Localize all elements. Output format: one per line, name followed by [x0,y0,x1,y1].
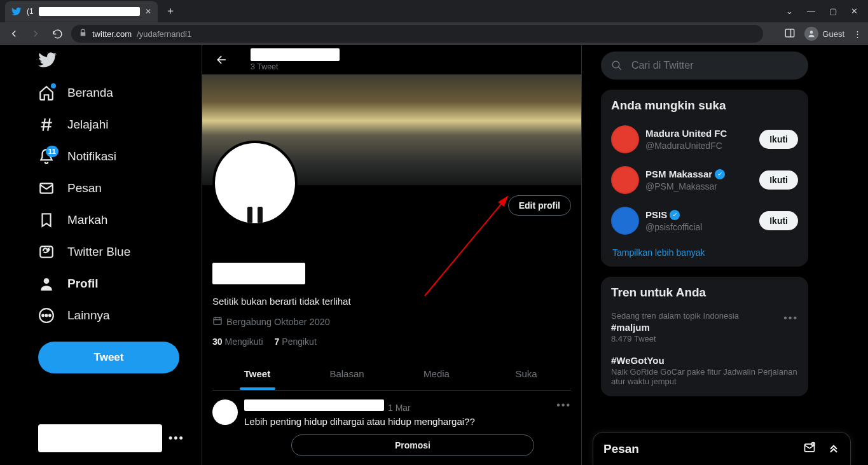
svg-line-5 [43,118,45,131]
sidebar-item-home[interactable]: Beranda [38,77,202,109]
sidebar-item-bookmarks[interactable]: Markah [38,204,202,236]
followers-link[interactable]: 7Pengikut [275,337,317,347]
suggestion-avatar [611,166,639,194]
tweet-avatar[interactable] [212,399,238,425]
tweet-text: Lebih penting hidup dihargai atau hidup … [244,416,571,427]
sidebar-item-messages[interactable]: Pesan [38,172,202,204]
envelope-icon [38,180,55,197]
edit-profile-button[interactable]: Edit profil [508,195,571,216]
person-icon [804,27,818,41]
suggestion-name: PSIS [645,209,753,221]
follow-button[interactable]: Ikuti [759,211,798,230]
sidebar-item-profile[interactable]: Profil [38,268,202,300]
suggestion-item[interactable]: PSM Makassar @PSM_Makassar Ikuti [611,160,798,200]
twitter-logo-icon[interactable] [38,50,57,69]
browser-tab[interactable]: (1 ✕ [5,1,158,22]
show-more-link[interactable]: Tampilkan lebih banyak [611,241,798,261]
follow-button[interactable]: Ikuti [759,130,798,149]
forward-icon[interactable] [28,26,43,41]
compose-tweet-button[interactable]: Tweet [38,342,179,373]
trend-item[interactable]: #WeGotYou Naik GoRide GoCar pake fitur J… [611,349,798,391]
sidebar-item-more[interactable]: Lainnya [38,300,202,331]
tweet-time: 1 Mar [388,403,411,413]
sidebar-item-notifications[interactable]: 11 Notifikasi [38,141,202,172]
address-bar[interactable]: twitter.com/yudafernandi1 [71,25,763,43]
search-input[interactable]: Cari di Twitter [601,52,808,80]
trend-count: 8.479 Tweet [611,334,798,344]
person-icon [38,275,55,292]
nav-label: Lainnya [67,309,110,323]
expand-dock-icon[interactable] [827,441,840,457]
verified-badge-icon [670,210,680,220]
suggestion-item[interactable]: Madura United FC @MaduraUnitedFC Ikuti [611,119,798,160]
nav-label: Pesan [67,181,102,195]
maximize-icon[interactable]: ▢ [829,6,837,16]
calendar-icon [212,316,223,328]
hash-icon [38,116,55,133]
profile-chip[interactable]: Guest [804,27,844,41]
account-redacted [38,424,162,452]
suggestion-avatar [611,207,639,235]
svg-point-11 [42,315,44,317]
sidebar: Beranda Jelajahi 11 Notifikasi Pesan [0,45,202,465]
sidebar-item-twitter-blue[interactable]: Twitter Blue [38,236,202,268]
tweet-count: 3 Tweet [251,62,340,71]
nav-label: Markah [67,213,107,227]
browser-chrome: (1 ✕ ＋ ⌄ ― ▢ ✕ twitter.com/yudafernandi1 [0,0,868,45]
profile-name-redacted [251,48,340,61]
right-column: Cari di Twitter Anda mungkin suka Madura… [582,45,823,465]
search-placeholder: Cari di Twitter [631,60,694,71]
tab-media[interactable]: Media [392,357,481,390]
nav-label: Notifikasi [67,149,116,163]
tweet-item[interactable]: 1 Mar Lebih penting hidup dihargai atau … [202,397,581,459]
suggestion-avatar [611,125,639,153]
trend-tag: #maljum [611,322,798,333]
tab-tweets[interactable]: Tweet [212,357,302,390]
tab-likes[interactable]: Suka [481,357,571,390]
follow-button[interactable]: Ikuti [759,170,798,190]
avatar[interactable] [212,141,298,226]
tab-title-redacted [39,7,140,16]
promote-button[interactable]: Promosi [291,434,534,456]
trend-item[interactable]: Sedang tren dalam topik Indonesia #malju… [611,306,798,349]
trend-more-icon[interactable]: ••• [783,312,798,324]
svg-point-9 [44,278,50,284]
kebab-menu-icon[interactable]: ⋮ [853,29,862,39]
panel-icon[interactable] [784,27,796,41]
card-title: Anda mungkin suka [611,99,798,113]
following-link[interactable]: 30Mengikuti [212,337,263,347]
url-path: /yudafernandi1 [137,29,191,39]
close-window-icon[interactable]: ✕ [851,6,858,16]
svg-point-12 [46,315,48,317]
suggestion-handle: @psisfcofficial [645,221,753,233]
ellipsis-icon[interactable]: ••• [169,432,184,445]
svg-rect-0 [786,29,795,37]
svg-line-20 [619,67,621,70]
svg-point-19 [612,61,619,68]
suggestion-item[interactable]: PSIS @psisfcofficial Ikuti [611,200,798,241]
minimize-icon[interactable]: ― [807,6,815,16]
sidebar-item-explore[interactable]: Jelajahi [38,109,202,141]
reload-icon[interactable] [50,26,65,41]
main-column: 3 Tweet Edit profil Setitik bukan berart… [202,45,582,465]
bell-icon: 11 [38,148,55,165]
twitter-blue-icon [38,244,55,260]
account-switcher[interactable]: ••• [38,424,202,452]
messages-dock[interactable]: Pesan [593,432,851,465]
new-tab-button[interactable]: ＋ [162,3,179,20]
trend-meta: Sedang tren dalam topik Indonesia [611,311,798,321]
back-arrow-icon[interactable] [211,49,233,71]
svg-line-6 [48,118,50,131]
suggestion-handle: @PSM_Makassar [645,181,753,192]
tweet-author-redacted [244,399,384,411]
tweet-more-icon[interactable]: ••• [556,399,571,411]
display-name-redacted [212,263,305,284]
close-tab-icon[interactable]: ✕ [145,7,151,16]
tab-replies[interactable]: Balasan [302,357,392,390]
back-icon[interactable] [6,26,22,41]
dock-title: Pesan [603,442,639,456]
svg-point-2 [810,31,813,34]
guest-label: Guest [822,29,844,39]
new-message-icon[interactable] [803,441,816,457]
chevron-down-icon[interactable]: ⌄ [786,6,793,16]
